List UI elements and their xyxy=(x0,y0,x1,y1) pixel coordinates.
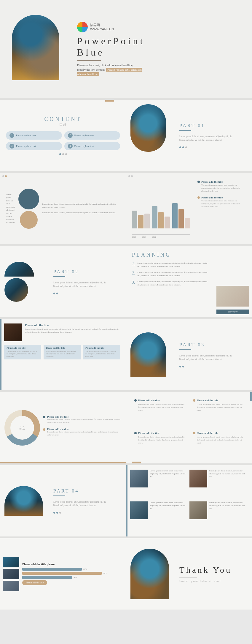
bar-2a xyxy=(152,206,157,228)
content-item-label-4: Please replace text xyxy=(74,145,94,148)
logo-area: 演界网 WWW.YANJ.CN xyxy=(77,22,240,32)
footer-title-3: Please add the title xyxy=(85,347,118,349)
logo-icon xyxy=(77,22,88,32)
gallery-img-3 xyxy=(130,501,148,519)
thankyou-title: Thank You xyxy=(179,565,246,575)
slide-14-add-title: Please add the title please 60% 80% 5 xyxy=(0,538,126,610)
slide8-left-bar xyxy=(0,319,1,390)
gallery-text-2: Lorem ipsum dolor sit amet, consectetur … xyxy=(209,470,248,500)
part04-label: PART 04 xyxy=(53,488,120,494)
tan-dot-1 xyxy=(197,196,200,199)
four-item-3: Please add the title Lorem ipsum dolor s… xyxy=(132,429,188,459)
shapes-col xyxy=(18,189,39,229)
four-dot-1 xyxy=(134,399,137,402)
slide-1-title: 演界网 WWW.YANJ.CN PowerPoint Blue Please r… xyxy=(0,0,252,98)
circular-content: Please add the title Lorem ipsum dolor s… xyxy=(43,415,122,440)
dot-1 xyxy=(59,153,61,155)
chart-x-labels: 2020 2021 2022 xyxy=(132,236,190,238)
planning-item-3: 3. Lorem ipsum dolor sit amet, consectet… xyxy=(132,280,208,286)
four-item-text-3: Lorem ipsum dolor sit amet, consectetur … xyxy=(138,436,185,444)
dot-2 xyxy=(62,153,64,155)
dot-p4b xyxy=(56,512,58,514)
list-footer-1: Please add the title The solution demons… xyxy=(4,345,41,359)
part03-content: PART 03 Lorem ipsum dolor sit amet, cons… xyxy=(173,335,252,375)
part01-image-area xyxy=(126,100,173,171)
list-image xyxy=(4,323,22,341)
footer-title-2: Please add the title xyxy=(46,347,78,349)
bar-group-1 xyxy=(132,211,150,228)
planning-title: PLANNING xyxy=(132,252,208,258)
slide11-top-bar xyxy=(250,392,252,401)
list-main-desc: Lorem ipsum dolor sit amet, consectetur … xyxy=(25,328,120,334)
planning-num-2: 2. xyxy=(132,271,135,277)
slide1-text-area: 演界网 WWW.YANJ.CN PowerPoint Blue Please r… xyxy=(77,22,240,76)
part02-divider xyxy=(53,276,65,277)
gallery-text-4: Lorem ipsum dolor sit amet, consectetur … xyxy=(209,501,248,532)
part04-dots xyxy=(53,512,120,514)
sc1 xyxy=(2,175,4,177)
slide-row-12-13: PART 04 Lorem ipsum dolor sit amet, cons… xyxy=(0,465,252,536)
list-footer-2: Please add the title The solution demons… xyxy=(44,345,81,359)
footer-title-1: Please add the title xyxy=(7,347,39,349)
slide-row-14-15: Please add the title please 60% 80% 5 xyxy=(0,538,252,610)
planning-num-3: 3. xyxy=(132,280,135,286)
dot-c xyxy=(185,146,187,148)
circ-title-2: Please add the title xyxy=(47,428,122,431)
four-dot-2 xyxy=(193,399,195,402)
chart-text-1: The solution demonstrates on a popular o… xyxy=(201,184,243,192)
half-circle-inner xyxy=(4,262,34,277)
gallery-img-4 xyxy=(189,501,207,519)
gallery-item-2: Lorem ipsum dolor sit amet, consectetur … xyxy=(189,470,248,500)
chart-item-2: Please add the title The solution demons… xyxy=(197,196,243,208)
footer-text-3: The solution demonstrates on a popular o… xyxy=(85,350,118,358)
four-item-title-1: Please add the title xyxy=(134,399,185,402)
slide11-bottom-bar xyxy=(132,462,141,463)
planning-text-1: Lorem ipsum dolor sit amet, consectetur … xyxy=(138,262,208,268)
slide-7-planning: PLANNING 1. Lorem ipsum dolor sit amet, … xyxy=(126,246,252,317)
planning-img-top xyxy=(216,286,249,307)
footer-text-1: The solution demonstrates on a popular o… xyxy=(7,350,39,358)
part01-text: Lorem ipsum dolor sit amet, consectetur … xyxy=(179,135,239,142)
content-title: CONTENT xyxy=(44,116,82,122)
half-circle-shape xyxy=(4,262,34,277)
year-3: 2022 xyxy=(152,236,156,238)
part03-image-col xyxy=(126,328,173,381)
bar-row-4: Please add the title xyxy=(22,580,122,585)
blue-dot-1 xyxy=(197,181,200,183)
four-item-title-3: Please add the title xyxy=(134,432,185,435)
title-desc: Please replace text, click add relevant … xyxy=(77,63,142,76)
part03-oval-inner xyxy=(130,332,166,377)
four-item-text-4: Lorem ipsum dolor sit amet, consectetur … xyxy=(197,436,244,444)
part03-label: PART 03 xyxy=(179,342,246,348)
accent-rect xyxy=(105,100,114,102)
content-subtitle: 目录 xyxy=(59,122,67,127)
four-item-text-2: Lorem ipsum dolor sit amet, consectetur … xyxy=(197,403,244,412)
circle-inner: IT'SOKAY xyxy=(10,416,34,440)
chart-descriptions: Please add the title The solution demons… xyxy=(194,177,246,240)
list-layout: Please add the title Lorem ipsum dolor s… xyxy=(0,319,126,390)
planning-content: PLANNING 1. Lorem ipsum dolor sit amet, … xyxy=(126,246,213,317)
slide-12-part04: PART 04 Lorem ipsum dolor sit amet, cons… xyxy=(0,465,126,536)
circ-item-2: Please add the title Lorem ipsum dolor s… xyxy=(43,428,122,437)
slide-4-text: Lorem ipsum dolor sit amet, consectetur … xyxy=(0,173,126,244)
part04-divider xyxy=(53,495,65,496)
progress-bar-1 xyxy=(22,568,82,571)
slide5-circles xyxy=(128,175,133,177)
content-item-label-3: Please replace text xyxy=(16,145,36,148)
slide-15-thankyou: Thank You Lorem ipsum dolor sit amet xyxy=(126,538,252,610)
planning-text-2: Lorem ipsum dolor sit amet, consectetur … xyxy=(138,271,208,277)
dot-p3b xyxy=(182,366,184,367)
circ-desc-1: Lorem ipsum dolor sit amet, consectetur … xyxy=(47,418,122,424)
dot-p3a xyxy=(179,366,181,367)
title-sub: Blue xyxy=(77,47,240,58)
thankyou-arch-inner xyxy=(130,549,169,599)
list-main-title: Please add the title xyxy=(25,323,120,327)
sc4 xyxy=(131,175,133,177)
bar-img-1 xyxy=(3,557,19,567)
dot-p2b xyxy=(56,293,58,294)
part02-content: PART 02 Lorem ipsum dolor sit amet, cons… xyxy=(47,262,126,302)
gallery-img-2 xyxy=(189,470,207,487)
slide-9-part03: PART 03 Lorem ipsum dolor sit amet, cons… xyxy=(126,319,252,390)
four-item-1: Please add the title Lorem ipsum dolor s… xyxy=(132,397,188,426)
cta-button[interactable]: Please add the title xyxy=(22,580,47,585)
